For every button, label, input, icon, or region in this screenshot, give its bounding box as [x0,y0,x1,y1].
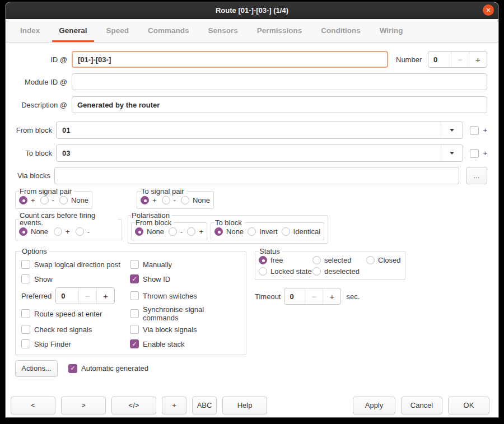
timeout-decrement-button[interactable]: − [305,288,323,304]
tab-general[interactable]: General [52,19,94,42]
checkbox-icon [470,149,479,158]
synchronise-signal-commands-checkbox[interactable]: Synchronise signal commands [130,305,240,322]
checkbox-icon [130,325,139,334]
checkbox-label: Check red signals [34,325,92,334]
polar-from-minus-radio[interactable]: - [169,227,183,236]
count-cars-group: Count cars before firing events. None + … [15,212,122,240]
tab-commands[interactable]: Commands [141,19,196,42]
radio-label: + [66,227,70,236]
tab-speed[interactable]: Speed [100,19,136,42]
count-cars-minus-radio[interactable]: - [76,227,90,236]
polar-from-none-radio[interactable]: None [135,227,164,236]
id-input[interactable] [72,51,388,68]
from-block-dropdown-button[interactable] [441,122,463,138]
from-signal-minus-radio[interactable]: - [40,196,54,204]
add-button[interactable]: + [162,397,186,414]
from-block-combo[interactable]: 01 [56,122,463,139]
preferred-value[interactable]: 0 [56,288,78,304]
route-dialog: Route [01-]-[03-] (1/4) ✕ Index General … [6,2,498,417]
radio-label: Closed [378,256,400,264]
status-free-radio[interactable]: free [259,256,312,264]
checkbox-icon [21,274,30,283]
tab-wiring[interactable]: Wiring [373,19,410,42]
route-speed-at-enter-checkbox[interactable]: Route speed at enter [21,309,102,318]
tab-permissions[interactable]: Permissions [250,19,309,42]
radio-icon [312,267,321,276]
tab-index[interactable]: Index [13,19,46,42]
manually-checkbox[interactable]: Manually [130,260,172,269]
next-button[interactable]: > [61,397,106,414]
number-value[interactable]: 0 [428,52,451,67]
checkbox-icon [470,126,479,135]
checkbox-label: Skip Finder [34,340,71,348]
status-closed-radio[interactable]: Closed [366,256,400,264]
radio-label: - [87,227,90,236]
previous-button[interactable]: < [11,397,55,414]
show-id-checkbox[interactable]: ✓Show ID [130,274,170,283]
checkbox-label: Enable stack [143,340,184,348]
preferred-increment-button[interactable]: + [96,288,114,304]
ok-button[interactable]: OK [448,397,489,414]
abc-button[interactable]: ABC [192,397,217,414]
number-increment-button[interactable]: + [469,52,487,67]
count-cars-plus-radio[interactable]: + [54,227,70,236]
to-signal-pair-title: To signal pair [141,188,186,195]
enable-stack-checkbox[interactable]: ✓Enable stack [130,339,184,348]
from-block-label: From block [15,126,52,134]
timeout-increment-button[interactable]: + [323,288,340,304]
help-button[interactable]: Help [222,397,267,414]
check-red-signals-checkbox[interactable]: Check red signals [21,325,92,334]
skip-finder-checkbox[interactable]: Skip Finder [21,339,71,348]
tab-conditions[interactable]: Conditions [314,19,367,42]
module-id-input[interactable] [72,73,487,90]
titlebar[interactable]: Route [01-]-[03-] (1/4) ✕ [6,2,498,19]
checkbox-label: Via block signals [143,325,197,334]
via-block-signals-checkbox[interactable]: Via block signals [130,325,197,334]
apply-button[interactable]: Apply [353,397,395,414]
preferred-decrement-button[interactable]: − [78,288,96,304]
polarisation-to-block-group: To block None Invert Identical [211,219,324,240]
polar-to-identical-radio[interactable]: Identical [282,227,320,236]
via-blocks-input[interactable] [54,167,459,184]
cancel-button[interactable]: Cancel [401,397,442,414]
from-signal-none-radio[interactable]: None [59,196,88,204]
from-signal-plus-radio[interactable]: + [19,196,35,204]
polar-from-plus-radio[interactable]: + [187,227,203,236]
via-blocks-browse-button[interactable]: ... [466,167,487,184]
timeout-label: Timeout [255,292,281,301]
radio-icon [214,227,223,236]
check-icon: ✓ [130,339,139,348]
tab-sensors[interactable]: Sensors [202,19,245,42]
from-signal-pair-title: From signal pair [19,188,74,195]
automatic-generated-checkbox[interactable]: ✓ Automatic generated [68,364,148,373]
count-cars-none-radio[interactable]: None [19,227,48,236]
timeout-value[interactable]: 0 [284,288,305,304]
status-locked-state-radio[interactable]: Locked state [259,267,312,276]
polar-to-none-radio[interactable]: None [214,227,244,236]
to-signal-plus-radio[interactable]: + [141,196,157,204]
thrown-switches-checkbox[interactable]: Thrown switches [130,291,197,300]
to-block-plus-checkbox[interactable]: + [470,149,487,158]
checkbox-icon [130,260,139,269]
checkbox-icon [130,309,139,318]
description-input[interactable] [72,96,487,113]
to-block-dropdown-button[interactable] [441,145,463,161]
show-checkbox[interactable]: Show [21,274,53,283]
status-selected-radio[interactable]: selected [312,256,366,264]
to-signal-none-radio[interactable]: None [181,196,210,204]
checkbox-icon [21,309,30,318]
options-group: Options Swap logical direction post Manu… [15,248,246,355]
polar-to-invert-radio[interactable]: Invert [248,227,278,236]
radio-icon [19,227,27,236]
number-decrement-button[interactable]: − [451,52,469,67]
xml-button[interactable]: </> [111,397,156,414]
to-signal-minus-radio[interactable]: - [162,196,176,204]
radio-label: Identical [293,227,320,236]
radio-label: Locked state [270,267,312,276]
to-block-combo[interactable]: 03 [56,145,463,162]
swap-logical-direction-checkbox[interactable]: Swap logical direction post [21,260,120,269]
status-deselected-radio[interactable]: deselected [312,267,366,276]
actions-button[interactable]: Actions... [15,360,58,377]
from-block-plus-checkbox[interactable]: + [470,126,487,135]
close-button[interactable]: ✕ [483,4,494,16]
